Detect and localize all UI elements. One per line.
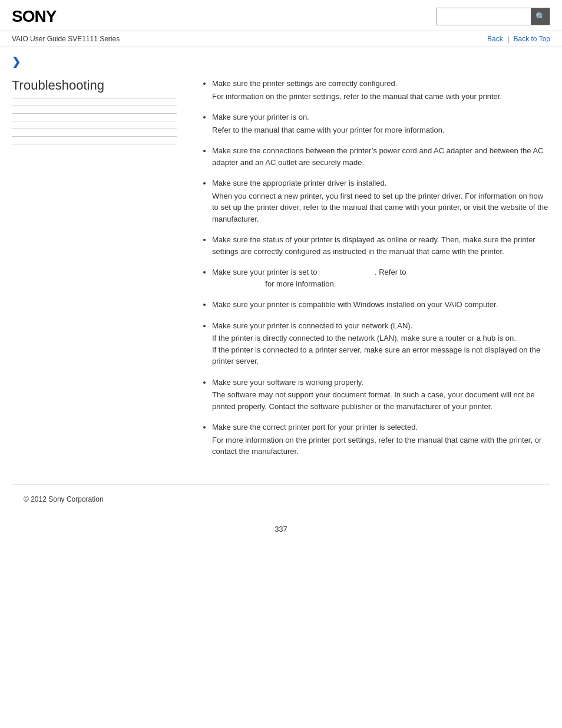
content-list: Make sure the printer settings are corre… xyxy=(200,78,550,457)
header: SONY 🔍 xyxy=(0,0,562,31)
page-number-area: 337 xyxy=(0,513,562,545)
nav-separator: | xyxy=(507,35,509,43)
list-item: Make sure the correct printer port for y… xyxy=(212,421,550,457)
list-item-detail: The software may not support your docume… xyxy=(212,389,550,412)
chevron-right-icon[interactable]: ❯ xyxy=(12,56,21,68)
list-item: Make sure the appropriate printer driver… xyxy=(212,177,550,225)
search-input[interactable] xyxy=(437,8,531,25)
list-item-main: Make sure your printer is compatible wit… xyxy=(212,300,498,309)
nav-links: Back | Back to Top xyxy=(487,35,550,43)
list-item: Make sure your printer is on. Refer to t… xyxy=(212,111,550,136)
page-number: 337 xyxy=(275,525,287,533)
guide-title: VAIO User Guide SVE1111 Series xyxy=(12,35,120,43)
list-item: Make sure your printer is connected to y… xyxy=(212,320,550,367)
list-item: Make sure the printer settings are corre… xyxy=(212,78,550,102)
sidebar-divider-2 xyxy=(12,113,177,114)
content-area: Make sure the printer settings are corre… xyxy=(189,78,550,467)
page-footer: © 2012 Sony Corporation xyxy=(12,485,550,513)
list-item-main: Make sure the status of your printer is … xyxy=(212,235,535,256)
breadcrumb-area: ❯ xyxy=(0,47,562,72)
list-item: Make sure your printer is set to . Refer… xyxy=(212,266,550,289)
list-item-detail: For more information on the printer port… xyxy=(212,434,550,457)
list-item-main: Make sure the correct printer port for y… xyxy=(212,423,418,431)
list-item-main: Make sure the connections between the pr… xyxy=(212,146,544,167)
list-item-main: Make sure the appropriate printer driver… xyxy=(212,179,386,187)
copyright-text: © 2012 Sony Corporation xyxy=(24,495,104,503)
list-item-main: Make sure the printer settings are corre… xyxy=(212,79,397,88)
back-link[interactable]: Back xyxy=(487,35,503,43)
sony-logo: SONY xyxy=(12,7,56,26)
search-button[interactable]: 🔍 xyxy=(531,8,550,25)
sidebar-divider-5 xyxy=(12,136,177,137)
list-item: Make sure your software is working prope… xyxy=(212,377,550,413)
sidebar-title: Troubleshooting xyxy=(12,78,177,98)
search-box: 🔍 xyxy=(436,8,550,25)
list-item-main: Make sure your printer is on. xyxy=(212,113,309,121)
list-item-main: Make sure your software is working prope… xyxy=(212,378,363,387)
list-item-detail: Refer to the manual that came with your … xyxy=(212,124,550,136)
main-content: Troubleshooting Make sure the printer se… xyxy=(0,72,562,479)
sidebar-divider-3 xyxy=(12,121,177,121)
list-item: Make sure the connections between the pr… xyxy=(212,145,550,168)
list-item-main: Make sure your printer is connected to y… xyxy=(212,321,412,330)
list-item-detail: If the printer is directly connected to … xyxy=(212,332,550,367)
back-to-top-link[interactable]: Back to Top xyxy=(514,35,550,43)
list-item-main: Make sure your printer is set to . Refer… xyxy=(212,268,406,288)
list-item: Make sure your printer is compatible wit… xyxy=(212,299,550,311)
nav-bar: VAIO User Guide SVE1111 Series Back | Ba… xyxy=(0,31,562,47)
list-item-detail: When you connect a new printer, you firs… xyxy=(212,190,550,225)
sidebar-divider-1 xyxy=(12,106,177,106)
list-item: Make sure the status of your printer is … xyxy=(212,234,550,257)
search-icon: 🔍 xyxy=(535,12,546,21)
sidebar-divider-6 xyxy=(12,144,177,144)
sidebar-divider-4 xyxy=(12,129,177,129)
sidebar: Troubleshooting xyxy=(12,78,189,467)
list-item-detail: For information on the printer settings,… xyxy=(212,91,550,103)
